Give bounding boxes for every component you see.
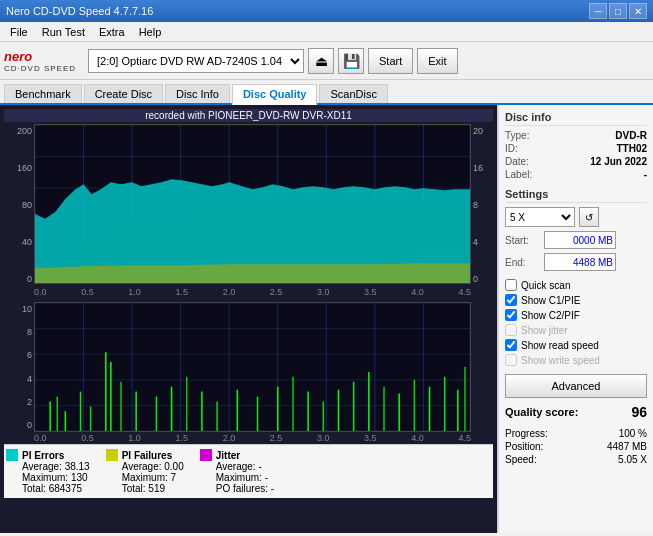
menu-help[interactable]: Help [133,24,168,40]
pi-errors-color [6,449,18,461]
y-upper-200: 200 [4,126,32,136]
speed-select[interactable]: 5 X 1 X 2 X 4 X 8 X Max [505,207,575,227]
jitter-po: PO failures: - [216,483,274,494]
pi-errors-avg: Average: 38.13 [22,461,90,472]
end-label: End: [505,257,540,268]
tab-create-disc[interactable]: Create Disc [84,84,163,103]
pi-failures-max: Maximum: 7 [122,472,184,483]
start-label: Start: [505,235,540,246]
pi-errors-max-label: Maximum: [22,472,68,483]
quality-section: Quality score: 96 [505,404,647,420]
xl-4.5: 4.5 [458,433,471,443]
pi-errors-total-value: 684375 [49,483,82,494]
title-bar: Nero CD-DVD Speed 4.7.7.16 ─ □ ✕ [0,0,653,22]
progress-label: Progress: [505,428,548,439]
menu-extra[interactable]: Extra [93,24,131,40]
legend-pi-failures-header: PI Failures [106,449,184,461]
x-3.0: 3.0 [317,287,330,297]
save-icon-button[interactable]: 💾 [338,48,364,74]
maximize-button[interactable]: □ [609,3,627,19]
show-jitter-label: Show jitter [521,325,568,336]
pi-errors-total: Total: 684375 [22,483,90,494]
show-c2pif-checkbox[interactable] [505,309,517,321]
show-c1pie-label: Show C1/PIE [521,295,580,306]
x-4.0: 4.0 [411,287,424,297]
disc-date-label: Date: [505,156,529,167]
y-lower-10: 10 [4,304,32,314]
start-button[interactable]: Start [368,48,413,74]
x-2.0: 2.0 [223,287,236,297]
show-write-speed-label: Show write speed [521,355,600,366]
menu-bar: File Run Test Extra Help [0,22,653,42]
speed-row-results: Speed: 5.05 X [505,454,647,465]
refresh-icon-button[interactable]: ↺ [579,207,599,227]
quality-score-label: Quality score: [505,406,578,418]
legend: PI Errors Average: 38.13 Maximum: 130 To… [4,444,493,498]
quality-score-row: Quality score: 96 [505,404,647,420]
pi-errors-stats: Average: 38.13 Maximum: 130 Total: 68437… [6,461,90,494]
pi-failures-label: PI Failures [122,450,173,461]
right-panel: Disc info Type: DVD-R ID: TTH02 Date: 12… [498,105,653,533]
disc-type-value: DVD-R [615,130,647,141]
advanced-button[interactable]: Advanced [505,374,647,398]
pi-failures-color [106,449,118,461]
pi-failures-total-label: Total: [122,483,146,494]
menu-run-test[interactable]: Run Test [36,24,91,40]
show-c1pie-checkbox[interactable] [505,294,517,306]
y-right-8: 8 [473,200,493,210]
quick-scan-checkbox[interactable] [505,279,517,291]
speed-row: 5 X 1 X 2 X 4 X 8 X Max ↺ [505,207,647,227]
y-lower-4: 4 [4,374,32,384]
main-content: recorded with PIONEER_DVD-RW DVR-XD11 20… [0,105,653,533]
end-input[interactable] [544,253,616,271]
eject-icon-button[interactable]: ⏏ [308,48,334,74]
y-right-4: 4 [473,237,493,247]
position-value: 4487 MB [607,441,647,452]
start-input[interactable] [544,231,616,249]
tab-benchmark[interactable]: Benchmark [4,84,82,103]
y-upper-40: 40 [4,237,32,247]
jitter-stats: Average: - Maximum: - PO failures: - [200,461,274,494]
x-1.0: 1.0 [128,287,141,297]
pi-errors-max: Maximum: 130 [22,472,90,483]
menu-file[interactable]: File [4,24,34,40]
show-read-speed-label: Show read speed [521,340,599,351]
pi-errors-max-value: 130 [71,472,88,483]
quick-scan-row: Quick scan [505,279,647,291]
disc-info-section: Disc info Type: DVD-R ID: TTH02 Date: 12… [505,111,647,180]
xl-4.0: 4.0 [411,433,424,443]
x-2.5: 2.5 [270,287,283,297]
jitter-max-value: - [265,472,268,483]
disc-info-title: Disc info [505,111,647,126]
y-upper-160: 160 [4,163,32,173]
jitter-po-value: - [271,483,274,494]
svg-marker-18 [35,263,470,283]
exit-button[interactable]: Exit [417,48,457,74]
tab-disc-quality[interactable]: Disc Quality [232,84,318,105]
start-row: Start: [505,231,647,249]
show-read-speed-row: Show read speed [505,339,647,351]
toolbar: nero CD·DVD SPEED [2:0] Optiarc DVD RW A… [0,42,653,80]
show-read-speed-checkbox[interactable] [505,339,517,351]
y-upper-0: 0 [4,274,32,284]
disc-date-value: 12 Jun 2022 [590,156,647,167]
disc-label-row: Label: - [505,169,647,180]
tab-bar: Benchmark Create Disc Disc Info Disc Qua… [0,80,653,105]
tab-scan-disc[interactable]: ScanDisc [319,84,387,103]
drive-select[interactable]: [2:0] Optiarc DVD RW AD-7240S 1.04 [88,49,304,73]
show-write-speed-checkbox[interactable] [505,354,517,366]
legend-jitter: Jitter Average: - Maximum: - PO failures… [200,449,274,494]
end-row: End: [505,253,647,271]
disc-type-row: Type: DVD-R [505,130,647,141]
disc-id-value: TTH02 [616,143,647,154]
results-section: Progress: 100 % Position: 4487 MB Speed:… [505,428,647,465]
tab-disc-info[interactable]: Disc Info [165,84,230,103]
x-3.5: 3.5 [364,287,377,297]
legend-pi-errors: PI Errors Average: 38.13 Maximum: 130 To… [6,449,90,494]
logo-nero: nero [4,49,32,64]
show-jitter-checkbox[interactable] [505,324,517,336]
pi-errors-avg-value: 38.13 [65,461,90,472]
close-button[interactable]: ✕ [629,3,647,19]
minimize-button[interactable]: ─ [589,3,607,19]
disc-label-label: Label: [505,169,532,180]
